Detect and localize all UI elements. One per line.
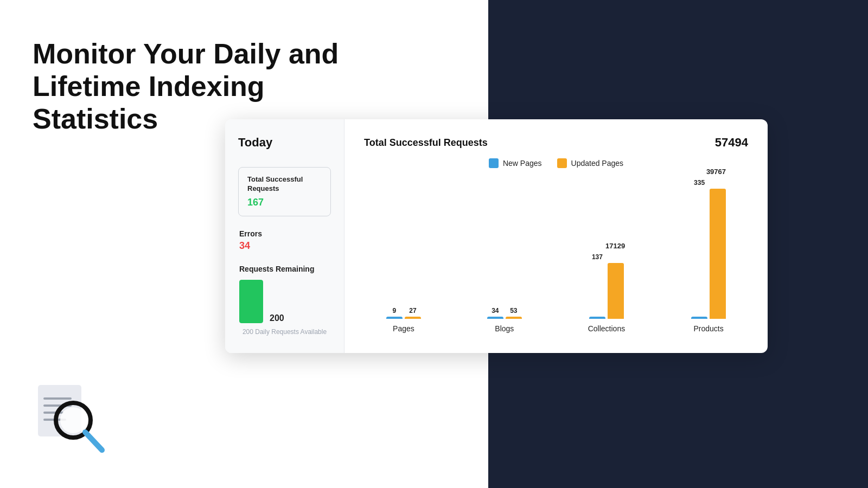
bar-value-labels: 34 53: [487, 307, 522, 314]
chart-legend: New Pages Updated Pages: [364, 158, 748, 168]
bar-group-bars: [487, 317, 522, 319]
errors-label: Errors: [239, 229, 330, 238]
bar-value-labels: 9 27: [386, 307, 421, 314]
requests-section: Requests Remaining 200 200 Daily Request…: [238, 265, 331, 337]
bar-new: [589, 317, 605, 319]
requests-bar-container: [239, 280, 263, 323]
bar-group-collections: 17129 137 Collections: [588, 242, 625, 333]
legend-updated-pages-label: Updated Pages: [571, 159, 624, 168]
bar-group-bars: [386, 317, 421, 319]
bar-chart: 9 27 Pages 34 53 Blogs 17129: [364, 181, 748, 333]
errors-section: Errors 34: [238, 229, 331, 252]
bar-value-labels: 137: [589, 253, 624, 261]
legend-dot-blue: [489, 158, 499, 168]
bar-updated: [710, 189, 726, 319]
chart-total: 57494: [715, 136, 748, 150]
chart-area: Total Successful Requests 57494 New Page…: [344, 119, 768, 353]
requests-bar-fill: [239, 280, 263, 323]
chart-title: Total Successful Requests: [364, 137, 488, 149]
legend-updated-pages: Updated Pages: [557, 158, 624, 168]
bar-new-label: 335: [691, 179, 707, 187]
bar-new-label: 137: [589, 253, 605, 261]
dashboard-card: Today Total Successful Requests 167 Erro…: [225, 119, 768, 353]
bar-group-products: 39767 335 Products: [691, 168, 726, 333]
svg-line-7: [85, 432, 102, 450]
card-sidebar: Today Total Successful Requests 167 Erro…: [225, 119, 344, 353]
legend-new-pages: New Pages: [489, 158, 542, 168]
legend-new-pages-label: New Pages: [503, 159, 542, 168]
bar-group-name: Pages: [393, 324, 414, 333]
bar-updated: [506, 317, 522, 319]
chart-header: Total Successful Requests 57494: [364, 136, 748, 150]
bar-group-blogs: 34 53 Blogs: [487, 307, 522, 333]
bar-group-bars: [691, 189, 726, 319]
bar-group-name: Blogs: [495, 324, 514, 333]
bar-group-name: Collections: [588, 324, 625, 333]
requests-label: Requests Remaining: [239, 265, 330, 273]
bar-updated-label: [710, 179, 726, 187]
svg-point-6: [60, 407, 86, 433]
bar-value-labels: 335: [691, 179, 726, 187]
requests-number: 200: [270, 313, 284, 323]
bar-top-label: 39767: [691, 168, 726, 176]
bar-new: [691, 317, 707, 319]
bar-updated: [405, 317, 421, 319]
bar-updated-label: 53: [506, 307, 522, 314]
bar-new-label: 34: [487, 307, 503, 314]
stat-box-label: Total Successful Requests: [247, 175, 322, 194]
errors-value: 34: [239, 240, 330, 252]
bar-updated-label: [608, 253, 624, 261]
stat-box-value: 167: [247, 197, 322, 208]
bar-new-label: 9: [386, 307, 403, 314]
bar-group-pages: 9 27 Pages: [386, 307, 421, 333]
bar-group-bars: [589, 263, 624, 319]
title-line1: Monitor Your Daily and: [33, 38, 339, 69]
magnifier-icon: [33, 380, 108, 455]
bar-new: [386, 317, 403, 319]
legend-dot-orange: [557, 158, 567, 168]
bar-updated: [608, 263, 624, 319]
bar-top-label: 17129: [588, 242, 625, 250]
bar-new: [487, 317, 503, 319]
stat-box: Total Successful Requests 167: [238, 167, 331, 216]
requests-note: 200 Daily Requests Available: [239, 328, 330, 337]
bar-updated-label: 27: [405, 307, 421, 314]
bar-group-name: Products: [693, 324, 723, 333]
today-label: Today: [238, 136, 331, 150]
